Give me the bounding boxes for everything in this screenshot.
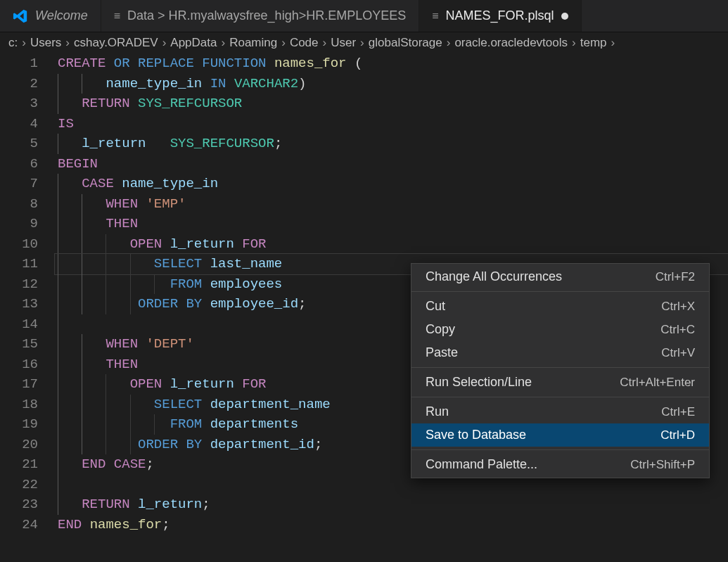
token xyxy=(266,56,274,71)
context-menu-separator xyxy=(411,397,709,397)
tab-data[interactable]: ≡ Data > HR.myalwaysfree_high>HR.EMPLOYE… xyxy=(101,0,420,32)
indent-guide xyxy=(106,294,106,314)
token xyxy=(58,376,130,392)
token xyxy=(58,317,65,332)
indent-guide xyxy=(130,395,131,415)
token: FROM xyxy=(170,416,203,432)
line-number: 22 xyxy=(0,475,38,495)
context-menu-separator xyxy=(411,367,709,368)
breadcrumb-segment[interactable]: cshay.ORADEV xyxy=(74,36,158,50)
token xyxy=(58,236,130,252)
line-number: 11 xyxy=(0,254,38,274)
breadcrumb-segment[interactable]: c: xyxy=(8,36,18,50)
tab-welcome[interactable]: Welcome xyxy=(0,0,101,32)
context-menu-item[interactable]: Change All OccurrencesCtrl+F2 xyxy=(411,265,709,288)
code-line[interactable]: RETURN l_return; xyxy=(55,494,728,515)
breadcrumb[interactable]: c:›Users›cshay.ORADEV›AppData›Roaming›Co… xyxy=(0,32,728,53)
context-menu-item[interactable]: RunCtrl+E xyxy=(411,400,709,423)
line-number: 4 xyxy=(0,114,38,134)
breadcrumb-segment[interactable]: oracle.oracledevtools xyxy=(454,36,568,50)
indent-guide xyxy=(58,334,58,355)
breadcrumb-segment[interactable]: temp xyxy=(580,36,607,50)
line-number: 1 xyxy=(0,53,38,74)
token: employee_id xyxy=(210,296,298,312)
indent-guide xyxy=(82,74,82,94)
tab-file-names-for[interactable]: ≡ NAMES_FOR.plsql xyxy=(419,0,581,32)
menu-item-label: Save to Database xyxy=(426,428,526,442)
token: CASE xyxy=(114,456,146,472)
token: OPEN xyxy=(130,376,162,392)
token xyxy=(202,276,210,292)
breadcrumb-segment[interactable]: AppData xyxy=(170,36,217,50)
token xyxy=(226,76,234,91)
code-line[interactable]: RETURN SYS_REFCURSOR xyxy=(55,94,728,114)
indent-guide xyxy=(58,254,58,274)
indent-guide xyxy=(58,374,58,395)
code-line[interactable]: IS xyxy=(55,114,728,134)
token: employees xyxy=(210,276,283,292)
token: department_id xyxy=(210,437,314,452)
context-menu-item[interactable]: CutCtrl+X xyxy=(411,295,709,318)
context-menu-item[interactable]: PasteCtrl+V xyxy=(411,341,709,364)
token: FROM xyxy=(170,276,203,292)
indent-guide xyxy=(82,414,82,435)
token: departments xyxy=(210,416,298,432)
code-line[interactable]: name_type_in IN VARCHAR2) xyxy=(55,74,728,94)
token xyxy=(234,376,242,392)
indent-guide xyxy=(106,414,106,435)
token xyxy=(202,256,210,272)
line-number: 13 xyxy=(0,294,38,314)
code-line[interactable]: END names_for; xyxy=(55,515,728,535)
token: SYS_REFCURSOR xyxy=(170,136,274,151)
token xyxy=(82,517,89,532)
token: RETURN xyxy=(82,497,129,512)
code-line[interactable]: l_return SYS_REFCURSOR; xyxy=(55,134,728,154)
breadcrumb-segment[interactable]: Code xyxy=(290,36,319,50)
token: THEN xyxy=(106,216,138,231)
token: last_name xyxy=(210,256,283,272)
context-menu-item[interactable]: Run Selection/LineCtrl+Alt+Enter xyxy=(411,371,709,394)
breadcrumb-separator-icon: › xyxy=(572,36,576,50)
line-number: 14 xyxy=(0,314,38,335)
code-line[interactable]: CREATE OR REPLACE FUNCTION names_for ( xyxy=(55,53,728,74)
indent-guide xyxy=(82,254,82,274)
indent-guide xyxy=(82,395,82,415)
token xyxy=(138,336,146,352)
token xyxy=(58,276,170,292)
tab-label: Welcome xyxy=(35,8,88,23)
indent-guide xyxy=(82,214,82,234)
indent-guide xyxy=(106,435,106,455)
menu-item-shortcut: Ctrl+E xyxy=(661,405,695,419)
indent-guide xyxy=(58,395,58,415)
context-menu-separator xyxy=(411,449,709,450)
token xyxy=(58,136,82,151)
indent-guide xyxy=(130,435,131,455)
menu-item-shortcut: Ctrl+V xyxy=(661,346,695,360)
vscode-logo-icon xyxy=(13,8,28,24)
code-line[interactable]: CASE name_type_in xyxy=(55,174,728,194)
token xyxy=(146,136,170,151)
indent-guide xyxy=(130,414,131,435)
code-line[interactable]: THEN xyxy=(55,214,728,234)
context-menu-item[interactable]: CopyCtrl+C xyxy=(411,318,709,341)
context-menu-item[interactable]: Save to DatabaseCtrl+D xyxy=(411,423,709,447)
token: ORDER BY xyxy=(138,437,202,452)
line-number: 23 xyxy=(0,494,38,515)
dirty-indicator-icon xyxy=(561,13,568,20)
breadcrumb-segment[interactable]: Users xyxy=(30,36,61,50)
breadcrumb-separator-icon: › xyxy=(281,36,286,50)
breadcrumb-segment[interactable]: Roaming xyxy=(229,36,277,50)
context-menu: Change All OccurrencesCtrl+F2CutCtrl+XCo… xyxy=(411,263,710,478)
token: l_return xyxy=(170,236,234,252)
token: SELECT xyxy=(154,397,202,412)
token: THEN xyxy=(106,357,138,372)
breadcrumb-segment[interactable]: globalStorage xyxy=(369,36,442,50)
code-line[interactable]: WHEN 'EMP' xyxy=(55,194,728,215)
token xyxy=(202,397,210,412)
code-line[interactable]: BEGIN xyxy=(55,154,728,174)
breadcrumb-segment[interactable]: User xyxy=(331,36,356,50)
context-menu-item[interactable]: Command Palette...Ctrl+Shift+P xyxy=(411,453,709,476)
code-line[interactable]: OPEN l_return FOR xyxy=(55,234,728,255)
breadcrumb-separator-icon: › xyxy=(222,36,226,50)
token xyxy=(162,236,170,252)
